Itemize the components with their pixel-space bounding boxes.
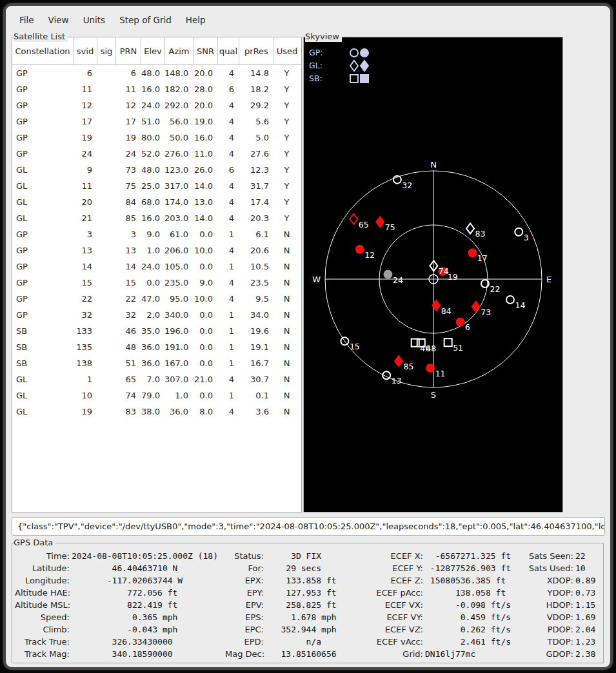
gps-field-value: 2.04	[575, 623, 595, 636]
table-row[interactable]: GP171751.056.019.045.6Y	[12, 113, 301, 130]
tpv-json-entry[interactable]: {"class":"TPV","device":"/dev/ttyUSB0","…	[12, 517, 605, 536]
gps-field-label: ECEF VZ:	[364, 623, 423, 636]
gps-field-value: -117.02063744 W	[72, 574, 218, 587]
gps-field-label: EPS:	[225, 611, 264, 623]
cell-used: N	[273, 258, 300, 275]
cell-sig	[97, 113, 115, 130]
cell-qual: 4	[217, 97, 239, 113]
menu-item-step-of-grid[interactable]: Step of Grid	[112, 13, 179, 27]
cell-used: Y	[273, 194, 300, 210]
cell-prres: 16.7	[239, 355, 273, 371]
table-row[interactable]: GL97348.0123.026.0612.3Y	[12, 162, 301, 178]
table-row[interactable]: GL218516.0203.014.0420.3Y	[12, 210, 301, 226]
cell-used: N	[273, 323, 300, 339]
column-header-qual[interactable]: qual	[217, 37, 239, 64]
menu-item-help[interactable]: Help	[179, 13, 213, 27]
cell-prn: 12	[115, 97, 141, 113]
table-row[interactable]: GP339.061.00.016.1N	[12, 226, 301, 242]
cell-constellation: GP	[12, 65, 73, 81]
cell-prres: 20.3	[239, 210, 273, 226]
gps-column-2: ECEF X: -6567271.325 ftECEF Y: -12877526…	[364, 550, 511, 660]
gps-field-value: 0.365 mph	[72, 611, 218, 623]
cell-elev: 35.0	[141, 323, 164, 339]
menu-item-units[interactable]: Units	[76, 13, 113, 27]
gps-field-label: GDOP:	[525, 648, 573, 660]
cell-used: N	[273, 307, 300, 323]
satellite-label-75: 75	[385, 222, 395, 232]
cell-prres: 9.5	[239, 291, 273, 307]
table-row[interactable]: GP15150.0235.09.0423.5N	[12, 275, 301, 291]
cell-qual: 1	[217, 339, 239, 355]
table-row[interactable]: GL198338.036.08.043.6N	[12, 404, 301, 420]
legend-label-diamond: GL:	[309, 61, 323, 70]
gps-field-label: ECEF Y:	[364, 562, 423, 574]
cell-azim: 123.0	[164, 162, 193, 178]
gps-field-label: Altitude HAE:	[15, 587, 70, 599]
gps-column-3: Sats Seen:22Sats Used:10XDOP:0.89YDOP:0.…	[525, 550, 595, 660]
table-row[interactable]: GL1657.0307.021.0430.7N	[12, 371, 301, 387]
satellite-marker-11	[426, 364, 434, 372]
table-row[interactable]: GP222247.095.010.049.5N	[12, 291, 301, 307]
cell-azim: 206.0	[164, 242, 193, 258]
cell-elev: 79.0	[141, 387, 164, 404]
cell-sig	[97, 97, 115, 113]
cell-prn: 73	[115, 162, 141, 178]
table-row[interactable]: GP141424.0105.00.0110.5N	[12, 258, 301, 275]
table-row[interactable]: GP32322.0340.00.0134.0N	[12, 307, 301, 323]
cell-constellation: GL	[12, 404, 73, 420]
cell-prres: 6.1	[239, 226, 273, 242]
cell-prn: 84	[115, 194, 141, 210]
cell-constellation: GL	[12, 387, 73, 404]
table-row[interactable]: SB1334635.0196.00.0119.6N	[12, 323, 301, 339]
cell-elev: 80.0	[141, 130, 164, 146]
gps-field-label: Track Mag:	[15, 648, 70, 660]
table-row[interactable]: SB1385136.0167.00.0116.7N	[12, 355, 301, 371]
column-header-prres[interactable]: prRes	[239, 37, 273, 64]
cell-sig	[97, 210, 115, 226]
table-row[interactable]: GP13131.0206.010.0420.6N	[12, 242, 301, 258]
cell-azim: 174.0	[164, 194, 193, 210]
cell-qual: 4	[217, 130, 239, 146]
cell-used: Y	[273, 113, 300, 130]
menu-item-file[interactable]: File	[12, 13, 41, 27]
column-header-azim[interactable]: Azim	[164, 37, 193, 64]
cell-used: N	[273, 275, 300, 291]
column-header-prn[interactable]: PRN	[115, 37, 141, 64]
table-row[interactable]: GL117525.0317.014.0431.7Y	[12, 178, 301, 194]
column-header-sig[interactable]: sig	[97, 37, 115, 64]
satellite-label-17: 17	[477, 253, 488, 263]
cell-constellation: SB	[12, 339, 73, 355]
column-header-used[interactable]: Used	[273, 37, 300, 64]
cell-snr: 14.0	[193, 178, 217, 194]
table-row[interactable]: GP121224.0292.020.0429.2Y	[12, 97, 301, 113]
cell-qual: 4	[217, 371, 239, 387]
column-header-svid[interactable]: svid	[73, 37, 97, 64]
table-row[interactable]: GP6648.0148.020.0414.8Y	[12, 65, 301, 81]
cell-snr: 11.0	[193, 146, 217, 162]
table-row[interactable]: GP242452.0276.011.0427.6Y	[12, 146, 301, 162]
column-header-elev[interactable]: Elev	[141, 37, 164, 64]
cell-constellation: GP	[12, 81, 73, 97]
table-row[interactable]: GP191980.050.016.045.0Y	[12, 130, 301, 146]
gps-field-label: EPC:	[225, 623, 264, 636]
cell-prres: 34.0	[239, 307, 273, 323]
menu-item-view[interactable]: View	[41, 13, 76, 27]
legend-circle-hollow-icon	[350, 49, 358, 57]
cell-constellation: SB	[12, 355, 73, 371]
cell-elev: 52.0	[141, 146, 164, 162]
table-row[interactable]: GL107479.01.00.010.1N	[12, 387, 301, 404]
table-row[interactable]: GL208468.0174.013.0417.4Y	[12, 194, 301, 210]
cell-constellation: GL	[12, 178, 73, 194]
cell-prres: 18.2	[239, 81, 273, 97]
table-row[interactable]: GP111116.0182.028.0618.2Y	[12, 81, 301, 97]
cell-prn: 83	[115, 404, 141, 420]
cell-snr: 0.0	[193, 355, 217, 371]
cell-used: Y	[273, 65, 300, 81]
cell-used: Y	[273, 210, 300, 226]
gps-field-value: 3D FIX	[266, 550, 337, 562]
cell-svid: 19	[73, 130, 97, 146]
table-row[interactable]: SB1354836.0191.00.0119.1N	[12, 339, 301, 355]
cell-sig	[97, 339, 115, 355]
cell-elev: 24.0	[141, 258, 164, 275]
column-header-snr[interactable]: SNR	[193, 37, 217, 64]
